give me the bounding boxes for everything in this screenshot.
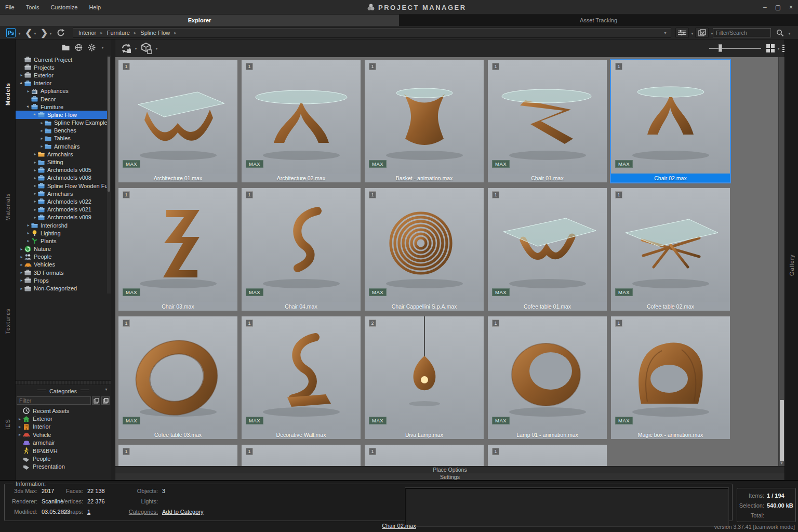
expand-icon[interactable]: ▸ bbox=[32, 191, 38, 196]
breadcrumb[interactable]: Interior▸Furniture▸Spline Flow▸▼ bbox=[73, 28, 671, 38]
expand-icon[interactable]: ▸ bbox=[32, 215, 38, 220]
tree-item-exterior[interactable]: ▸Exterior bbox=[16, 71, 107, 79]
merge-dropdown-icon[interactable]: ▼ bbox=[155, 47, 158, 50]
category-item-armchair[interactable]: armchair bbox=[16, 439, 111, 447]
categories-header[interactable]: Categories ▼ bbox=[16, 387, 111, 395]
expand-icon[interactable]: ▸ bbox=[25, 89, 31, 94]
collapse-all-icon[interactable] bbox=[101, 396, 110, 405]
grid-view-dropdown-icon[interactable]: ▼ bbox=[777, 47, 780, 50]
breadcrumb-segment[interactable]: Furniture bbox=[107, 30, 130, 36]
expand-icon[interactable]: ▸ bbox=[19, 73, 24, 77]
menu-customize[interactable]: Customize bbox=[49, 3, 78, 11]
expand-icon[interactable]: ▸ bbox=[32, 168, 38, 172]
expand-all-icon[interactable] bbox=[92, 396, 100, 405]
categories-filter-input[interactable] bbox=[17, 396, 91, 405]
category-item-vehicle[interactable]: ▸Vehicle bbox=[16, 431, 111, 438]
minimize-button[interactable]: – bbox=[763, 4, 767, 11]
grid-scrollbar[interactable]: ▼ bbox=[778, 57, 784, 466]
asset-tile-architecture-01-max[interactable]: 1MAXArchitecture 01.max bbox=[118, 60, 237, 182]
asset-tile-chair-03-max[interactable]: 1MAXChair 03.max bbox=[118, 188, 237, 311]
asset-tile-chair-02-max[interactable]: 1MAXChair 02.max bbox=[611, 60, 730, 182]
asset-tile-cofee-table-02-max[interactable]: 1MAXCofee table 02.max bbox=[611, 188, 730, 311]
tree-item-interiorshd[interactable]: ▸Interiorshd bbox=[16, 221, 107, 229]
tree-item-plants[interactable]: ▸Plants bbox=[16, 237, 107, 245]
expand-icon[interactable]: ▸ bbox=[25, 231, 31, 235]
asset-tile-partial[interactable]: 1 bbox=[488, 445, 607, 466]
menu-file[interactable]: File bbox=[4, 3, 16, 11]
tree-item-armchairs[interactable]: ▸Armchairs bbox=[16, 150, 107, 158]
breadcrumb-segment[interactable]: Interior bbox=[78, 30, 96, 36]
info-value[interactable]: 1 bbox=[87, 509, 90, 515]
asset-tile-cofee-table-03-max[interactable]: 1MAXCofee table 03.max bbox=[118, 316, 237, 439]
asset-tile-cofee-table-01-max[interactable]: 1MAXCofee table 01.max bbox=[488, 188, 607, 311]
category-item-recent-assets[interactable]: Recent Assets bbox=[16, 407, 111, 415]
grid-scrollbar-thumb[interactable] bbox=[780, 400, 784, 461]
expand-icon[interactable]: ▸ bbox=[32, 152, 38, 156]
menu-help[interactable]: Help bbox=[88, 3, 102, 11]
category-item-exterior[interactable]: ▸Exterior bbox=[16, 415, 111, 422]
category-item-bip-bvh[interactable]: BIP&BVH bbox=[16, 447, 111, 455]
asset-tile-partial[interactable]: 1 bbox=[118, 445, 237, 466]
expand-icon[interactable]: ▸ bbox=[19, 262, 24, 267]
expand-icon[interactable]: ▸ bbox=[32, 199, 38, 204]
tree-item-people[interactable]: ▸People bbox=[16, 253, 107, 261]
expand-icon[interactable]: ▸ bbox=[25, 223, 31, 228]
forward-dropdown-icon[interactable]: ▼ bbox=[49, 32, 52, 35]
panel-tab-ies[interactable]: IES bbox=[0, 415, 16, 434]
asset-tile-lamp-01-animation-max[interactable]: 1MAXLamp 01 - animation.max bbox=[488, 316, 607, 439]
tree-item-archmodels-v021[interactable]: ▸Archmodels v021 bbox=[16, 206, 107, 214]
asset-tile-chair-cappellini-s-p-a-max[interactable]: 1MAXChair Cappellini S.p.A.max bbox=[365, 188, 484, 311]
asset-tile-partial[interactable]: 1 bbox=[365, 445, 484, 466]
expand-icon[interactable]: ▸ bbox=[16, 417, 22, 421]
selected-file-link[interactable]: Chair 02.max bbox=[382, 523, 416, 529]
tree-item-current-project[interactable]: Current Project bbox=[16, 56, 107, 63]
tree-item-archmodels-v009[interactable]: ▸Archmodels v009 bbox=[16, 214, 107, 221]
gear-icon[interactable] bbox=[88, 44, 96, 51]
tree-item-decor[interactable]: Decor bbox=[16, 95, 107, 103]
close-button[interactable]: × bbox=[789, 4, 793, 11]
thumbnail-size-slider[interactable] bbox=[709, 44, 761, 52]
asset-tile-chair-01-max[interactable]: 1MAXChair 01.max bbox=[488, 60, 607, 182]
gear-dropdown-icon[interactable]: ▼ bbox=[101, 46, 104, 49]
expand-icon[interactable]: ▸ bbox=[39, 136, 45, 141]
menu-tools[interactable]: Tools bbox=[25, 3, 41, 11]
expand-icon[interactable]: ▸ bbox=[39, 128, 45, 133]
expand-icon[interactable]: ▸ bbox=[16, 432, 22, 437]
tree-item-furniture[interactable]: ▸Furniture bbox=[16, 103, 107, 111]
tree-item-archmodels-v022[interactable]: ▸Archmodels v022 bbox=[16, 197, 107, 205]
tree-item-appliances[interactable]: ▸Appliances bbox=[16, 87, 107, 95]
tree-item-spline-flow-example-mode[interactable]: ▸Spline Flow Example Mode bbox=[16, 119, 107, 127]
tree-item-sitting[interactable]: ▸Sitting bbox=[16, 158, 107, 166]
search-icon[interactable] bbox=[776, 29, 784, 37]
place-options-panel[interactable]: Place Options bbox=[115, 466, 784, 473]
tree-item-non-categorized[interactable]: ▸Non-Categorized bbox=[16, 284, 107, 292]
maximize-button[interactable]: ▢ bbox=[775, 4, 781, 11]
tree-item-vehicles[interactable]: ▸Vehicles bbox=[16, 261, 107, 269]
tab-asset-tracking[interactable]: Asset Tracking bbox=[399, 15, 798, 26]
category-item-presentation[interactable]: Presentation bbox=[16, 463, 111, 471]
expand-icon[interactable]: ▸ bbox=[19, 247, 24, 251]
panel-tab-textures[interactable]: Textures bbox=[0, 304, 16, 338]
description-box[interactable] bbox=[405, 488, 728, 526]
tree-item-spline-flow[interactable]: ▸Spline Flow bbox=[16, 111, 107, 118]
tree-item-tables[interactable]: ▸Tables bbox=[16, 135, 107, 142]
photoshop-button[interactable]: Ps bbox=[6, 28, 16, 37]
web-icon[interactable] bbox=[75, 44, 83, 51]
info-value[interactable]: Add to Category bbox=[162, 509, 204, 515]
asset-tile-decorative-wall-max[interactable]: 1MAXDecorative Wall.max bbox=[242, 316, 361, 439]
asset-tile-architecture-02-max[interactable]: 1MAXArchitecture 02.max bbox=[242, 60, 361, 182]
settings-panel[interactable]: Settings bbox=[115, 473, 784, 480]
expand-icon[interactable]: ▸ bbox=[19, 255, 24, 259]
search-dropdown-icon[interactable]: ▼ bbox=[788, 32, 791, 35]
merge-model-icon[interactable] bbox=[140, 42, 153, 55]
expand-icon[interactable]: ▸ bbox=[19, 270, 24, 275]
grid-view-icon[interactable] bbox=[766, 44, 775, 53]
scroll-down-icon[interactable]: ▼ bbox=[780, 461, 783, 465]
new-folder-icon[interactable] bbox=[62, 44, 70, 51]
view-options-button[interactable] bbox=[675, 28, 689, 38]
show-assets-button[interactable] bbox=[695, 28, 709, 38]
tree-scrollbar[interactable] bbox=[107, 56, 111, 294]
expand-icon[interactable]: ▸ bbox=[32, 176, 38, 180]
tree-item-props[interactable]: ▸Props bbox=[16, 276, 107, 284]
expand-icon[interactable]: ▸ bbox=[39, 144, 45, 149]
